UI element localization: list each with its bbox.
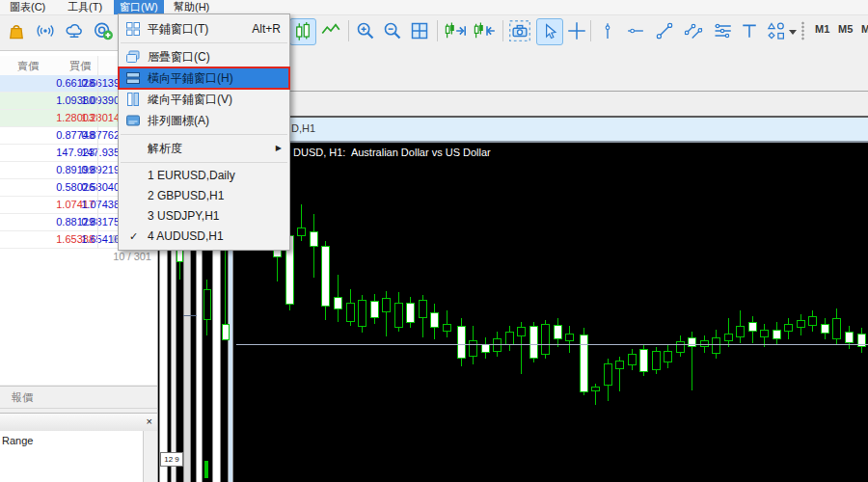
toolbar-separator: [348, 20, 349, 41]
shift-left-icon: [473, 21, 496, 40]
menu-item-label: 1 EURUSD,Daily: [148, 169, 235, 182]
candle-body: [370, 301, 379, 318]
bottom-panel-header[interactable]: ×: [0, 413, 157, 432]
menu-item-chart-4[interactable]: ✓ 4 AUDUSD,H1: [119, 227, 289, 247]
toolbar-grip[interactable]: [801, 21, 804, 40]
market-button[interactable]: [4, 18, 29, 43]
candle-body: [358, 300, 366, 327]
menu-item-label: 橫向平鋪窗口(H): [148, 71, 233, 85]
buy-price[interactable]: 1.28014: [58, 112, 120, 123]
buy-price[interactable]: 0.58040: [58, 181, 120, 193]
candle-body: [297, 228, 306, 236]
trendline-tool-button[interactable]: [652, 18, 677, 43]
menu-item-tile-vertically[interactable]: 縱向平鋪窗口(V): [119, 89, 289, 110]
menu-item-chart-3[interactable]: 3 USDJPY,H1: [119, 206, 289, 227]
candle-body: [457, 326, 466, 359]
menu-item-tile-windows[interactable]: 平鋪窗口(T) Alt+R: [119, 18, 289, 40]
candle-body: [773, 330, 781, 339]
shapes-tool-button[interactable]: [764, 18, 789, 43]
buy-price[interactable]: 0.66139: [58, 77, 120, 89]
period-m5-button[interactable]: M5: [838, 23, 853, 35]
menu-item-label: 排列圖標(A): [148, 114, 209, 127]
candle-body: [394, 303, 403, 328]
candle-body: [639, 349, 648, 372]
cascade-windows-icon: [125, 49, 141, 65]
vertical-line-tool-button[interactable]: [595, 18, 620, 43]
candle-body: [832, 318, 841, 339]
bottom-panel-gutter: [143, 431, 158, 482]
menu-item-resolution[interactable]: 解析度 ▶: [119, 138, 289, 159]
menu-item-cascade-windows[interactable]: 層疊窗口(C): [119, 46, 289, 67]
vertical-line-icon: [599, 21, 616, 40]
bottom-panel-content: Range: [0, 431, 143, 482]
submenu-arrow-icon: ▶: [276, 138, 282, 159]
menu-window[interactable]: 窗口(W): [114, 0, 164, 14]
candlestick-chart-button[interactable]: [289, 18, 316, 45]
arrange-icons-icon: [125, 113, 141, 128]
menu-tools[interactable]: 工具(T): [62, 0, 108, 14]
background-window-edge: [183, 243, 191, 482]
menu-help[interactable]: 幫助(H): [168, 0, 215, 14]
add-target-button[interactable]: [91, 18, 116, 43]
symbol-counter: 10 / 301: [58, 251, 151, 262]
text-tool-button[interactable]: [737, 18, 762, 43]
shapes-dropdown-arrow-icon[interactable]: [789, 28, 797, 36]
time-axis-label: 12 9: [160, 452, 183, 467]
period-m1-button[interactable]: M1: [815, 23, 829, 35]
candle-body: [382, 298, 391, 312]
shift-chart-left-button[interactable]: [471, 18, 498, 43]
zoom-out-button[interactable]: [380, 18, 405, 43]
tile-windows-button[interactable]: [407, 18, 432, 43]
column-buy[interactable]: 買價: [69, 59, 91, 73]
buy-price[interactable]: 0.87762: [58, 129, 120, 141]
target-add-icon: [93, 20, 114, 41]
candle-body: [565, 334, 574, 341]
tile-windows-icon: [125, 21, 141, 37]
trading-terminal-window: 圖表(C) 工具(T) 窗口(W) 幫助(H): [0, 0, 868, 482]
menu-item-label: 2 GBPUSD,H1: [148, 189, 224, 202]
menu-separator: [121, 42, 287, 43]
zoom-in-button[interactable]: [353, 18, 378, 43]
crosshair-button[interactable]: [564, 18, 589, 43]
buy-price[interactable]: 1.07438: [58, 199, 120, 210]
candle-body: [346, 303, 355, 322]
buy-price[interactable]: 147.935: [58, 147, 120, 158]
shift-chart-right-button[interactable]: [442, 18, 469, 43]
toolbar-separator: [437, 20, 438, 41]
candle-body: [406, 303, 415, 323]
channel-tool-button[interactable]: [681, 18, 706, 43]
background-candle-fragment: [204, 461, 208, 478]
camera-icon: [509, 20, 530, 41]
shift-right-icon: [444, 21, 467, 40]
buy-price[interactable]: 0.89219: [58, 164, 120, 175]
candle-body: [517, 327, 526, 336]
menu-item-chart-2[interactable]: 2 GBPUSD,H1: [119, 186, 289, 206]
candle-body: [615, 361, 624, 369]
menu-item-tile-horizontally[interactable]: 橫向平鋪窗口(H): [119, 67, 289, 89]
tile-horizontal-icon: [125, 70, 141, 86]
candle-body: [481, 344, 490, 353]
signals-button[interactable]: [33, 18, 58, 43]
buy-price[interactable]: 0.88175: [58, 216, 120, 228]
menu-item-chart-1[interactable]: 1 EURUSD,Daily: [119, 166, 289, 186]
candle-body: [493, 338, 502, 352]
period-m15-button[interactable]: M15: [861, 23, 868, 35]
tab-quotes[interactable]: 報價: [12, 390, 33, 405]
buy-price[interactable]: 1.09390: [58, 94, 120, 106]
candle-body: [797, 320, 805, 328]
cloud-button[interactable]: [62, 18, 87, 43]
menu-item-arrange-icons[interactable]: 排列圖標(A): [119, 110, 289, 131]
fibonacci-tool-button[interactable]: [710, 18, 735, 43]
screenshot-button[interactable]: [507, 18, 532, 43]
candle-body: [652, 351, 661, 370]
horizontal-line-tool-button[interactable]: [623, 18, 648, 43]
menu-item-label: 解析度: [148, 142, 182, 155]
cursor-button[interactable]: [536, 18, 563, 45]
background-window-edge: [171, 243, 176, 482]
line-chart-button[interactable]: [318, 18, 343, 43]
column-sell[interactable]: 賣價: [17, 59, 39, 73]
menu-shortcut: Alt+R: [252, 18, 281, 40]
candle-body: [430, 312, 439, 328]
menu-charts[interactable]: 圖表(C): [4, 0, 51, 14]
close-icon[interactable]: ×: [147, 415, 152, 428]
